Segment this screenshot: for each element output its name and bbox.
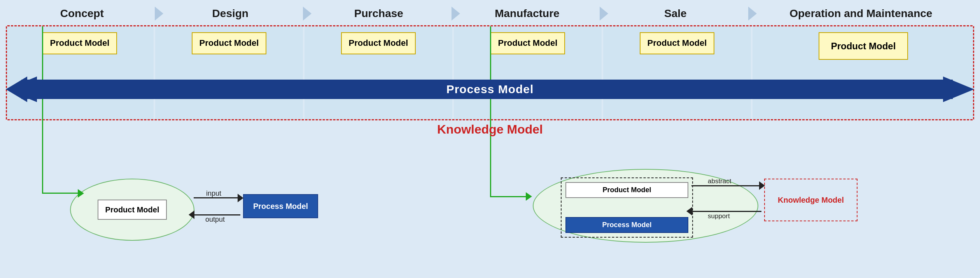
phase-purchase: Purchase [304,7,453,20]
green-arrow-right-tip [526,192,532,201]
abstract-arrow-line [691,185,761,186]
abstract-label: abstract [708,177,731,185]
right-diagram: Product Model Process Model abstract sup… [533,157,883,258]
process-arrow-label: Process Model [6,83,974,96]
right-process-box: Process Model [565,217,688,233]
output-arrow-line [194,214,240,215]
phase-design: Design [156,7,305,20]
support-arrow-tip [686,207,692,215]
left-ellipse: Product Model [70,179,194,241]
green-line-right-vertical [490,26,491,197]
phase-sale-label: Sale [664,7,687,19]
left-diagram: Product Model input output Process Model [70,163,342,256]
phase-purchase-label: Purchase [354,7,403,19]
input-arrow-tip [238,194,243,202]
support-label: support [708,212,730,220]
input-arrow-line [194,197,240,198]
abstract-arrow-tip [759,181,765,190]
phase-manufacture: Manufacture [453,7,602,20]
phase-concept: Concept [8,7,156,20]
phase-design-label: Design [212,7,248,19]
right-product-box: Product Model [565,182,688,198]
phase-operation-label: Operation and Maintenance [789,7,932,19]
output-arrow-tip [189,210,194,219]
knowledge-model-label: Knowledge Model [437,122,543,137]
support-arrow-line [691,211,761,212]
phase-sale: Sale [601,7,750,20]
phase-concept-label: Concept [60,7,104,19]
green-line-left-vertical [42,26,43,193]
knowledge-model-box-label: Knowledge Model [778,195,844,205]
process-arrow: Process Model [6,76,974,103]
dashed-black-box: Product Model Process Model [561,177,693,238]
input-label: input [206,189,221,198]
green-line-left-horiz [42,193,81,194]
bottom-left-product-box: Product Model [98,200,167,220]
knowledge-model-box: Knowledge Model [764,179,858,221]
green-arrow-left-tip [78,189,84,198]
phase-headers: Concept Design Purchase Manufacture Sale… [0,0,980,23]
phase-operation: Operation and Maintenance [750,7,972,20]
bottom-left-process-box: Process Model [243,194,318,218]
phase-manufacture-label: Manufacture [495,7,559,19]
green-line-right-horiz [490,196,529,197]
output-label: output [205,215,225,224]
